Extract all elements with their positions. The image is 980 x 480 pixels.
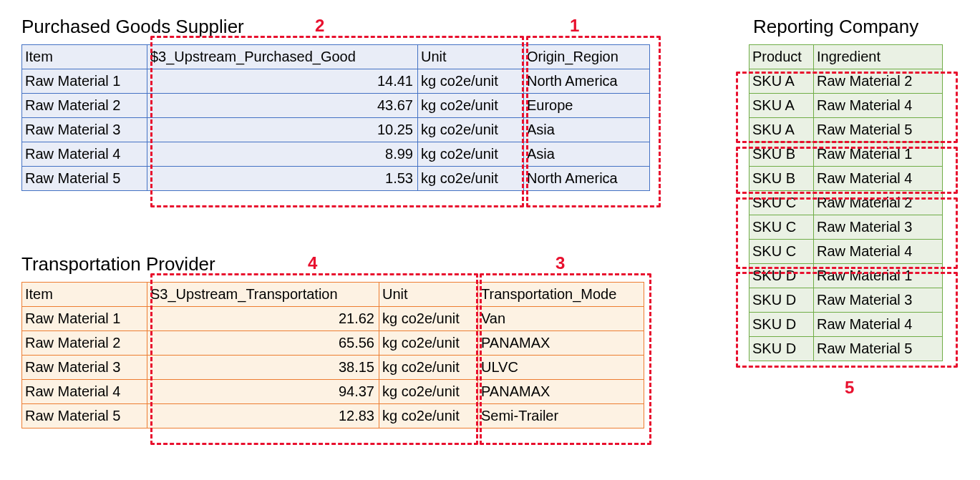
transport-title: Transportation Provider xyxy=(21,253,215,275)
cell-product: SKU D xyxy=(749,264,814,288)
annotation-label-3: 3 xyxy=(556,253,565,273)
cell-ingredient: Raw Material 4 xyxy=(814,167,943,191)
table-row: Raw Material 3 38.15 kg co2e/unit ULVC xyxy=(22,356,644,380)
cell-unit: kg co2e/unit xyxy=(418,118,524,142)
col-mode: Transportation_Mode xyxy=(478,283,644,307)
cell-value: 43.67 xyxy=(147,94,418,118)
table-row: Raw Material 3 10.25 kg co2e/unit Asia xyxy=(22,118,650,142)
cell-ingredient: Raw Material 5 xyxy=(814,118,943,142)
cell-product: SKU D xyxy=(749,288,814,313)
cell-region: Europe xyxy=(524,94,650,118)
cell-value: 12.83 xyxy=(147,404,379,428)
cell-unit: kg co2e/unit xyxy=(379,356,478,380)
cell-unit: kg co2e/unit xyxy=(379,380,478,404)
cell-product: SKU B xyxy=(749,142,814,167)
cell-value: 21.62 xyxy=(147,307,379,331)
cell-item: Raw Material 4 xyxy=(22,142,147,167)
cell-product: SKU D xyxy=(749,337,814,361)
cell-ingredient: Raw Material 2 xyxy=(814,191,943,215)
annotation-label-2: 2 xyxy=(315,16,324,36)
col-ingredient: Ingredient xyxy=(814,45,943,69)
table-row: SKU ARaw Material 4 xyxy=(749,94,943,118)
cell-value: 94.37 xyxy=(147,380,379,404)
cell-item: Raw Material 2 xyxy=(22,331,147,356)
cell-value: 10.25 xyxy=(147,118,418,142)
table-header-row: Item $3_Upstream_Purchased_Good Unit Ori… xyxy=(22,45,650,69)
annotation-label-5: 5 xyxy=(845,378,854,398)
cell-product: SKU C xyxy=(749,240,814,264)
annotation-label-1: 1 xyxy=(570,16,579,36)
table-row: SKU DRaw Material 3 xyxy=(749,288,943,313)
cell-ingredient: Raw Material 4 xyxy=(814,240,943,264)
cell-ingredient: Raw Material 3 xyxy=(814,215,943,240)
cell-item: Raw Material 4 xyxy=(22,380,147,404)
cell-ingredient: Raw Material 2 xyxy=(814,69,943,94)
cell-region: Asia xyxy=(524,118,650,142)
cell-unit: kg co2e/unit xyxy=(418,167,524,191)
table-row: SKU DRaw Material 4 xyxy=(749,313,943,337)
table-row: Raw Material 2 43.67 kg co2e/unit Europe xyxy=(22,94,650,118)
table-row: SKU BRaw Material 1 xyxy=(749,142,943,167)
cell-region: North America xyxy=(524,167,650,191)
table-row: Raw Material 5 12.83 kg co2e/unit Semi-T… xyxy=(22,404,644,428)
cell-unit: kg co2e/unit xyxy=(418,69,524,94)
cell-ingredient: Raw Material 4 xyxy=(814,94,943,118)
cell-item: Raw Material 1 xyxy=(22,307,147,331)
cell-product: SKU A xyxy=(749,118,814,142)
cell-value: 8.99 xyxy=(147,142,418,167)
table-row: SKU CRaw Material 2 xyxy=(749,191,943,215)
supplier-title: Purchased Goods Supplier xyxy=(21,16,244,38)
col-unit: Unit xyxy=(418,45,524,69)
table-row: Raw Material 1 21.62 kg co2e/unit Van xyxy=(22,307,644,331)
table-row: SKU CRaw Material 3 xyxy=(749,215,943,240)
annotation-label-4: 4 xyxy=(308,253,317,273)
reporting-title: Reporting Company xyxy=(753,16,918,38)
table-row: Raw Material 4 94.37 kg co2e/unit PANAMA… xyxy=(22,380,644,404)
cell-product: SKU C xyxy=(749,215,814,240)
cell-mode: Semi-Trailer xyxy=(478,404,644,428)
table-row: Raw Material 1 14.41 kg co2e/unit North … xyxy=(22,69,650,94)
table-row: Raw Material 5 1.53 kg co2e/unit North A… xyxy=(22,167,650,191)
cell-product: SKU A xyxy=(749,69,814,94)
table-row: Raw Material 2 65.56 kg co2e/unit PANAMA… xyxy=(22,331,644,356)
table-row: SKU CRaw Material 4 xyxy=(749,240,943,264)
cell-unit: kg co2e/unit xyxy=(418,94,524,118)
cell-value: 14.41 xyxy=(147,69,418,94)
cell-ingredient: Raw Material 1 xyxy=(814,142,943,167)
cell-mode: Van xyxy=(478,307,644,331)
table-row: SKU DRaw Material 1 xyxy=(749,264,943,288)
cell-product: SKU D xyxy=(749,313,814,337)
col-value: $3_Upstream_Purchased_Good xyxy=(147,45,418,69)
cell-unit: kg co2e/unit xyxy=(379,331,478,356)
cell-item: Raw Material 3 xyxy=(22,356,147,380)
cell-item: Raw Material 3 xyxy=(22,118,147,142)
col-unit: Unit xyxy=(379,283,478,307)
cell-ingredient: Raw Material 3 xyxy=(814,288,943,313)
reporting-table: Product Ingredient SKU ARaw Material 2 S… xyxy=(749,44,943,361)
cell-product: SKU B xyxy=(749,167,814,191)
supplier-table: Item $3_Upstream_Purchased_Good Unit Ori… xyxy=(21,44,650,191)
col-product: Product xyxy=(749,45,814,69)
table-header-row: Product Ingredient xyxy=(749,45,943,69)
table-row: Raw Material 4 8.99 kg co2e/unit Asia xyxy=(22,142,650,167)
cell-value: 65.56 xyxy=(147,331,379,356)
cell-product: SKU A xyxy=(749,94,814,118)
cell-unit: kg co2e/unit xyxy=(418,142,524,167)
col-item: Item xyxy=(22,45,147,69)
cell-value: 38.15 xyxy=(147,356,379,380)
cell-item: Raw Material 1 xyxy=(22,69,147,94)
cell-mode: ULVC xyxy=(478,356,644,380)
cell-unit: kg co2e/unit xyxy=(379,404,478,428)
col-item: Item xyxy=(22,283,147,307)
transport-table: Item S3_Upstream_Transportation Unit Tra… xyxy=(21,282,644,428)
cell-value: 1.53 xyxy=(147,167,418,191)
cell-ingredient: Raw Material 4 xyxy=(814,313,943,337)
col-region: Origin_Region xyxy=(524,45,650,69)
cell-mode: PANAMAX xyxy=(478,380,644,404)
cell-mode: PANAMAX xyxy=(478,331,644,356)
cell-item: Raw Material 5 xyxy=(22,167,147,191)
cell-item: Raw Material 2 xyxy=(22,94,147,118)
cell-ingredient: Raw Material 5 xyxy=(814,337,943,361)
table-row: SKU BRaw Material 4 xyxy=(749,167,943,191)
cell-product: SKU C xyxy=(749,191,814,215)
